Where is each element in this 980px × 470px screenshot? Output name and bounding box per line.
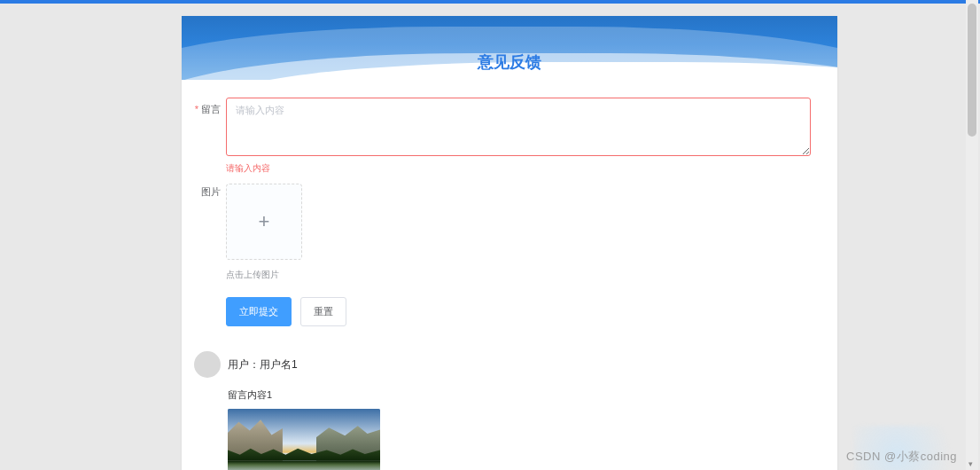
message-error: 请输入内容: [226, 162, 811, 175]
watermark: CSDN @小蔡coding: [846, 449, 957, 465]
vertical-scrollbar[interactable]: ▾: [966, 0, 978, 470]
comment-item: 用户：用户名1 留言内容1: [194, 351, 811, 470]
comment-username: 用户：用户名1: [228, 357, 298, 372]
comment-header: 用户：用户名1: [194, 351, 811, 378]
required-star-icon: *: [195, 104, 198, 114]
page-title: 意见反馈: [182, 51, 837, 73]
scrollbar-thumb[interactable]: [968, 4, 976, 137]
message-label: *留言: [182, 98, 226, 116]
submit-button[interactable]: 立即提交: [226, 297, 292, 326]
message-textarea[interactable]: [226, 98, 811, 156]
banner: 意见反馈: [182, 16, 837, 80]
image-upload-box[interactable]: +: [226, 184, 302, 260]
feedback-card: 意见反馈 *留言 请输入内容 图片 + 点击上传图片 立即提交 重置: [182, 16, 837, 470]
top-strip: [0, 0, 980, 4]
comment-body: 留言内容1: [228, 388, 811, 470]
avatar: [194, 351, 221, 378]
image-row: 图片 + 点击上传图片: [182, 182, 811, 281]
button-row: 立即提交 重置: [226, 297, 811, 326]
chevron-down-icon[interactable]: ▾: [968, 459, 973, 468]
plus-icon: +: [259, 212, 270, 231]
image-label: 图片: [182, 182, 226, 199]
upload-hint: 点击上传图片: [226, 269, 811, 281]
message-row: *留言 请输入内容: [182, 98, 811, 175]
comment-text: 留言内容1: [228, 388, 811, 402]
reset-button[interactable]: 重置: [300, 297, 346, 326]
comment-image[interactable]: [228, 409, 380, 470]
feedback-form: *留言 请输入内容 图片 + 点击上传图片 立即提交 重置: [182, 80, 837, 470]
